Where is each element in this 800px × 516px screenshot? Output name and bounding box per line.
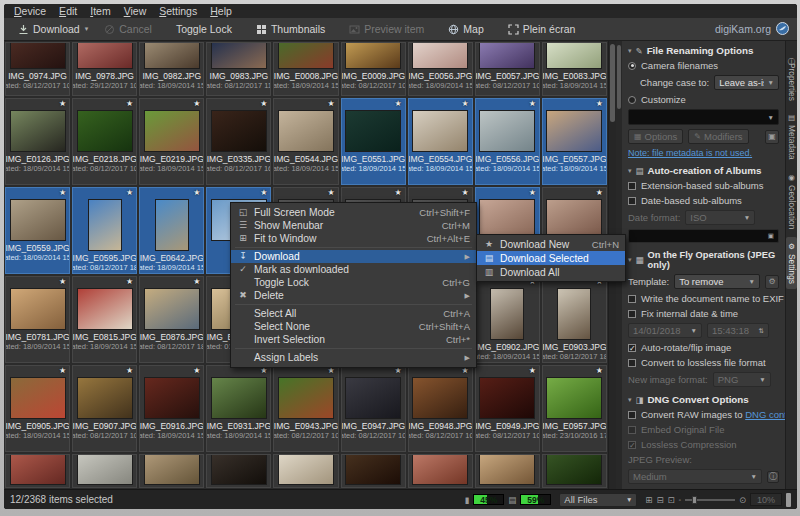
- thumbnail-image[interactable]: [278, 110, 334, 152]
- thumbnail-cell[interactable]: [206, 454, 271, 488]
- thumbnail-image[interactable]: [77, 377, 133, 419]
- thumbnail-cell[interactable]: ★IMG_E0931.JPGated: 18/09/2014 15: [206, 365, 271, 452]
- menu-item-invert-selection[interactable]: Invert SelectionCtrl+*: [231, 333, 476, 346]
- grid-scrollbar-thumb[interactable]: [610, 44, 615, 122]
- thumbnail-cell[interactable]: ★IMG_E0905.JPGated: 18/09/2014 15: [5, 365, 70, 452]
- collapse-arrow-icon[interactable]: ▾: [628, 256, 632, 264]
- menu-device[interactable]: Device: [14, 5, 46, 17]
- resize-grip[interactable]: [786, 493, 791, 507]
- customize-radio[interactable]: [628, 96, 636, 104]
- menu-item-show-menubar[interactable]: ☰Show MenubarCtrl+M: [231, 219, 476, 232]
- thumbnail-cell[interactable]: ★IMG_E0781.JPGated: 18/09/2014 15: [5, 276, 70, 363]
- menu-item-fit-to-window[interactable]: ⊞Fit to WindowCtrl+Alt+E: [231, 232, 476, 245]
- thumbnail-image[interactable]: [479, 43, 535, 69]
- thumbnail-cell[interactable]: ★IMG_E0218.JPGated: 08/12/2017 10: [72, 98, 137, 185]
- thumbnail-cell[interactable]: ★IMG_E0126.JPGated: 18/09/2014 15: [5, 98, 70, 185]
- thumbnail-image[interactable]: [155, 199, 189, 251]
- thumbnail-cell[interactable]: ★IMG_E0948.JPGated: 08/12/2017 10: [408, 365, 473, 452]
- thumbnail-cell[interactable]: ★IMG_E0554.JPGated: 18/09/2014 15: [408, 98, 473, 185]
- template-select[interactable]: To remove ▼: [674, 274, 760, 289]
- thumbnail-image[interactable]: [10, 455, 66, 485]
- section-header-file-renaming[interactable]: ▾ ✎ File Renaming Options: [628, 45, 779, 56]
- thumbnail-image[interactable]: [10, 288, 66, 330]
- thumbnail-cell[interactable]: ★IMG_E0903.JPGated: 08/12/2017 18: [542, 276, 607, 363]
- submenu-item-download-selected[interactable]: ▤Download Selected: [477, 251, 625, 265]
- thumbnail-cell[interactable]: [5, 454, 70, 488]
- thumbnails-button[interactable]: Thumbnails: [250, 21, 331, 37]
- thumbnail-cell[interactable]: ★IMG_E0902.JPGated: 18/09/2014 15: [475, 276, 540, 363]
- thumbnail-image[interactable]: [546, 455, 602, 485]
- thumbnail-image[interactable]: [278, 43, 334, 69]
- submenu-item-download-all[interactable]: ▥Download All: [477, 265, 625, 279]
- section-header-auto-albums[interactable]: ▾ ▤ Auto-creation of Albums: [628, 165, 779, 176]
- thumbnail-cell[interactable]: ★IMG_E0957.JPGated: 23/10/2016 17: [542, 365, 607, 452]
- menu-settings[interactable]: Settings: [159, 5, 197, 17]
- section-header-dng-convert[interactable]: ▾ ◨ DNG Convert Options: [628, 394, 779, 405]
- collapse-arrow-icon[interactable]: ▾: [628, 396, 632, 404]
- thumbnail-cell[interactable]: IMG_0983.JPGated: 08/12/2017 11: [206, 42, 271, 96]
- thumbnail-cell[interactable]: ★IMG_E0815.JPGated: 18/09/2014 15: [72, 276, 137, 363]
- zoom-out-icon[interactable]: ⊟: [656, 495, 663, 505]
- convert-raw-option[interactable]: Convert RAW images to DNG container: [628, 409, 779, 420]
- menu-item[interactable]: Item: [90, 5, 110, 17]
- thumbnail-cell[interactable]: ★IMG_E0595.JPGated: 08/12/2017 18: [72, 187, 137, 274]
- thumbnail-image[interactable]: [278, 377, 334, 419]
- thumbnail-image[interactable]: [412, 110, 468, 152]
- thumbnail-image[interactable]: [412, 377, 468, 419]
- section-header-on-the-fly[interactable]: ▾ ▦ On the Fly Operations (JPEG only): [628, 250, 779, 270]
- lossless-convert-option[interactable]: Convert to lossless file format: [628, 357, 779, 368]
- thumbnail-cell[interactable]: IMG_0974.JPGated: 08/12/2017 10: [5, 42, 70, 96]
- toggle-lock-button[interactable]: Toggle Lock: [170, 21, 238, 37]
- thumbnail-image[interactable]: [479, 377, 535, 419]
- submenu-item-download-new[interactable]: ★Download NewCtrl+N: [477, 237, 625, 251]
- thumbnail-size-slider[interactable]: [685, 499, 735, 501]
- extension-subalbums-checkbox[interactable]: [628, 182, 636, 190]
- fix-datetime-option[interactable]: Fix internal date & time: [628, 308, 779, 319]
- fit-window-icon[interactable]: ⊞: [645, 495, 652, 505]
- thumbnail-image[interactable]: [278, 455, 334, 485]
- thumbnail-cell[interactable]: ★IMG_E0557.JPGated: 18/09/2014 15: [542, 98, 607, 185]
- change-case-select[interactable]: Leave as-is ▼: [714, 75, 779, 90]
- sidebar-tab-geolocation[interactable]: ◉Geolocation: [786, 168, 797, 234]
- dng-container-link[interactable]: DNG container: [745, 409, 785, 420]
- thumbnail-image[interactable]: [144, 110, 200, 152]
- autorotate-option[interactable]: ✓ Auto-rotate/flip image: [628, 342, 779, 353]
- download-caret-icon[interactable]: ▾: [85, 25, 89, 33]
- autorotate-checkbox[interactable]: ✓: [628, 344, 636, 352]
- thumbnail-cell[interactable]: ★IMG_E0943.JPGated: 08/12/2017 10: [273, 365, 338, 452]
- sidebar-tab-properties[interactable]: ⓘProperties: [786, 47, 797, 105]
- thumbnail-image[interactable]: [345, 110, 401, 152]
- fix-datetime-checkbox[interactable]: [628, 310, 636, 318]
- sidebar-scrollbar-thumb[interactable]: [617, 45, 621, 109]
- rename-preview-button[interactable]: ▣: [765, 130, 779, 144]
- thumbnail-image[interactable]: [546, 43, 602, 69]
- thumbnail-image[interactable]: [144, 455, 200, 485]
- camera-filenames-option[interactable]: Camera filenames: [628, 60, 779, 71]
- thumbnail-cell[interactable]: IMG_E0009.JPGated: 08/12/2017 10: [341, 42, 406, 96]
- menu-item-download[interactable]: ↧Download▶: [231, 250, 476, 263]
- convert-raw-checkbox[interactable]: [628, 411, 636, 419]
- thumbnail-image[interactable]: [10, 43, 66, 69]
- thumbnail-image[interactable]: [546, 110, 602, 152]
- thumbnail-image[interactable]: [345, 377, 401, 419]
- menu-view[interactable]: View: [124, 5, 147, 17]
- thumbnail-image[interactable]: [77, 110, 133, 152]
- download-button[interactable]: Download ▾: [12, 21, 94, 37]
- collapse-arrow-icon[interactable]: ▾: [628, 47, 632, 55]
- extension-subalbums-option[interactable]: Extension-based sub-albums: [628, 180, 779, 191]
- thumbnail-cell[interactable]: IMG_0978.JPGated: 29/12/2017 10: [72, 42, 137, 96]
- thumbnail-cell[interactable]: IMG_E0083.JPGated: 18/09/2014 15: [542, 42, 607, 96]
- thumbnail-cell[interactable]: ★IMG_E0556.JPGated: 18/09/2014 15: [475, 98, 540, 185]
- thumbnail-image[interactable]: [345, 455, 401, 485]
- thumbnail-image[interactable]: [490, 288, 524, 340]
- collapse-arrow-icon[interactable]: ▾: [628, 167, 632, 175]
- thumbnail-image[interactable]: [479, 455, 535, 485]
- thumbnail-cell[interactable]: IMG_E0008.JPGated: 18/09/2014 15: [273, 42, 338, 96]
- slider-knob[interactable]: [692, 496, 697, 504]
- menu-item-toggle-lock[interactable]: Toggle LockCtrl+G: [231, 276, 476, 289]
- thumbnail-cell[interactable]: IMG_E0056.JPGated: 18/09/2014 15: [408, 42, 473, 96]
- thumbnail-cell[interactable]: [273, 454, 338, 488]
- menu-item-assign-labels[interactable]: Assign Labels▶: [231, 351, 476, 364]
- menu-item-full-screen-mode[interactable]: ◱Full Screen ModeCtrl+Shift+F: [231, 206, 476, 219]
- thumbnail-cell[interactable]: [341, 454, 406, 488]
